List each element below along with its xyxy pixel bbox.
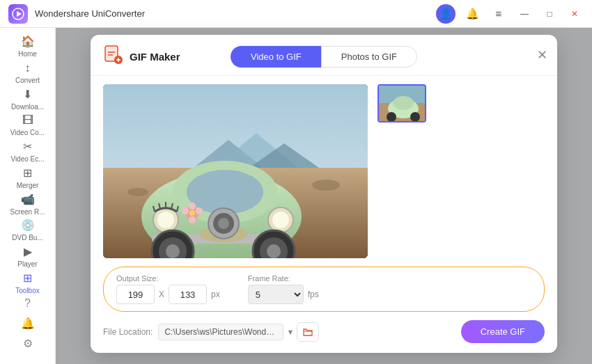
sidebar-bottom: ? 🔔 ⚙ bbox=[21, 297, 35, 357]
svg-marker-1 bbox=[17, 11, 22, 17]
sidebar-item-home[interactable]: 🏠 Home bbox=[3, 35, 52, 58]
main-layout: 🏠 Home ↕ Convert ⬇ Downloa... 🎞 Video Co… bbox=[0, 28, 592, 364]
create-gif-button[interactable]: Create GIF bbox=[461, 320, 545, 343]
sidebar-item-player[interactable]: ▶ Player bbox=[3, 245, 52, 269]
modal-body bbox=[91, 76, 557, 267]
download-icon: ⬇ bbox=[23, 88, 32, 101]
thumbnail-image bbox=[379, 86, 425, 121]
frame-rate-label: Frame Rate: bbox=[248, 274, 319, 283]
frame-rate-controls: Frame Rate: 5 10 15 20 25 30 bbox=[248, 274, 319, 304]
content-area: GIF Maker Video to GIF Photos to GIF ✕ bbox=[56, 28, 592, 364]
svg-point-16 bbox=[127, 188, 148, 196]
modal-overlay: GIF Maker Video to GIF Photos to GIF ✕ bbox=[56, 28, 592, 364]
add-file-icon bbox=[103, 45, 123, 68]
sidebar-item-label: Video Ec... bbox=[10, 155, 44, 163]
video-edit-icon: ✂ bbox=[23, 140, 32, 153]
sidebar-item-label: Home bbox=[18, 50, 37, 58]
video-compress-icon: 🎞 bbox=[22, 114, 33, 127]
x-separator: X bbox=[159, 290, 164, 299]
output-size-label: Output Size: bbox=[116, 274, 220, 283]
file-location-path-group: C:\Users\ws\Pictures\Wonders... ▼ bbox=[158, 322, 455, 342]
tab-photos-to-gif[interactable]: Photos to GIF bbox=[321, 46, 417, 68]
titlebar: Wondershare UniConverter 👤 🔔 ≡ — □ ✕ bbox=[0, 0, 592, 28]
sidebar-item-label: Screen R... bbox=[10, 208, 45, 216]
file-location-path: C:\Users\ws\Pictures\Wonders... bbox=[158, 324, 283, 340]
path-dropdown-indicator[interactable]: ▼ bbox=[286, 328, 294, 336]
sidebar-item-label: Video Co... bbox=[10, 129, 45, 136]
player-icon: ▶ bbox=[24, 245, 32, 258]
sidebar-item-label: Convert bbox=[15, 77, 40, 84]
modal-title: GIF Maker bbox=[130, 51, 180, 63]
convert-icon: ↕ bbox=[25, 62, 31, 74]
close-modal-button[interactable]: ✕ bbox=[537, 49, 547, 61]
sidebar-item-label: Player bbox=[17, 260, 37, 268]
svg-point-34 bbox=[189, 210, 195, 216]
svg-point-28 bbox=[218, 218, 229, 229]
output-size-group: Output Size: X px bbox=[116, 274, 220, 304]
maximize-button[interactable]: □ bbox=[540, 5, 559, 23]
sidebar-item-label: Toolbox bbox=[15, 287, 39, 294]
titlebar-controls: 👤 🔔 ≡ — □ ✕ bbox=[436, 4, 584, 24]
thumbnails-panel bbox=[377, 84, 426, 122]
gif-maker-modal: GIF Maker Video to GIF Photos to GIF ✕ bbox=[91, 35, 557, 353]
svg-point-32 bbox=[182, 207, 189, 214]
frame-rate-value-group: 5 10 15 20 25 30 fps bbox=[248, 285, 319, 304]
app-logo bbox=[8, 4, 28, 24]
notifications-icon[interactable]: 🔔 bbox=[21, 317, 35, 330]
svg-point-15 bbox=[312, 180, 340, 191]
video-preview-panel bbox=[103, 84, 368, 258]
sidebar-item-video-edit[interactable]: ✂ Video Ec... bbox=[3, 140, 52, 164]
svg-point-31 bbox=[196, 207, 203, 214]
sidebar-item-download[interactable]: ⬇ Downloa... bbox=[3, 87, 52, 111]
sidebar-item-dvd-burn[interactable]: 💿 DVD Bu... bbox=[3, 219, 52, 242]
output-height-input[interactable] bbox=[169, 285, 207, 304]
modal-tabs: Video to GIF Photos to GIF bbox=[231, 46, 417, 68]
output-controls: Output Size: X px Frame Rate: bbox=[103, 267, 545, 312]
user-account-icon[interactable]: 👤 bbox=[436, 4, 455, 24]
toolbox-icon: ⊞ bbox=[23, 271, 32, 285]
sidebar-item-convert[interactable]: ↕ Convert bbox=[3, 61, 52, 85]
output-width-input[interactable] bbox=[116, 285, 155, 304]
sidebar-item-toolbox[interactable]: ⊞ Toolbox bbox=[3, 271, 52, 294]
dvd-icon: 💿 bbox=[21, 219, 35, 232]
merger-icon: ⊞ bbox=[23, 166, 32, 180]
svg-point-37 bbox=[166, 244, 180, 258]
sidebar-item-video-compress[interactable]: 🎞 Video Co... bbox=[3, 113, 52, 137]
tab-video-to-gif[interactable]: Video to GIF bbox=[231, 46, 321, 68]
svg-point-23 bbox=[272, 212, 289, 228]
minimize-button[interactable]: — bbox=[515, 5, 533, 23]
browse-folder-button[interactable] bbox=[297, 322, 319, 342]
sidebar-item-label: Merger bbox=[17, 182, 39, 189]
svg-point-45 bbox=[387, 112, 396, 122]
folder-icon bbox=[302, 326, 313, 338]
sidebar-item-label: Downloa... bbox=[11, 103, 44, 111]
sidebar-item-screen-record[interactable]: 📹 Screen R... bbox=[3, 192, 52, 216]
svg-point-46 bbox=[410, 112, 420, 122]
svg-point-40 bbox=[267, 244, 281, 258]
sidebar-item-label: DVD Bu... bbox=[12, 234, 42, 242]
svg-point-44 bbox=[393, 96, 414, 110]
file-location-row: File Location: C:\Users\ws\Pictures\Wond… bbox=[91, 312, 557, 353]
sidebar: 🏠 Home ↕ Convert ⬇ Downloa... 🎞 Video Co… bbox=[0, 28, 56, 364]
svg-point-30 bbox=[189, 203, 196, 209]
video-frame-image bbox=[103, 84, 368, 258]
app-title: Wondershare UniConverter bbox=[35, 8, 145, 19]
modal-header: GIF Maker Video to GIF Photos to GIF ✕ bbox=[91, 35, 557, 76]
close-button[interactable]: ✕ bbox=[566, 5, 584, 23]
sidebar-item-merger[interactable]: ⊞ Merger bbox=[3, 166, 52, 190]
output-size-value-group: X px bbox=[116, 285, 220, 304]
thumbnail-item[interactable] bbox=[377, 84, 426, 122]
bell-icon[interactable]: 🔔 bbox=[462, 4, 482, 24]
screen-record-icon: 📹 bbox=[21, 193, 35, 206]
fps-unit: fps bbox=[308, 290, 319, 299]
home-icon: 🏠 bbox=[21, 35, 35, 48]
svg-point-21 bbox=[157, 212, 174, 228]
file-location-label: File Location: bbox=[103, 327, 153, 337]
help-icon[interactable]: ? bbox=[24, 297, 31, 310]
frame-rate-group: Frame Rate: 5 10 15 20 25 30 bbox=[248, 274, 319, 304]
frame-rate-select[interactable]: 5 10 15 20 25 30 bbox=[248, 285, 304, 304]
svg-point-33 bbox=[189, 216, 196, 223]
px-unit: px bbox=[211, 290, 220, 299]
settings-icon[interactable]: ⚙ bbox=[23, 337, 33, 350]
hamburger-menu-icon[interactable]: ≡ bbox=[489, 4, 508, 24]
